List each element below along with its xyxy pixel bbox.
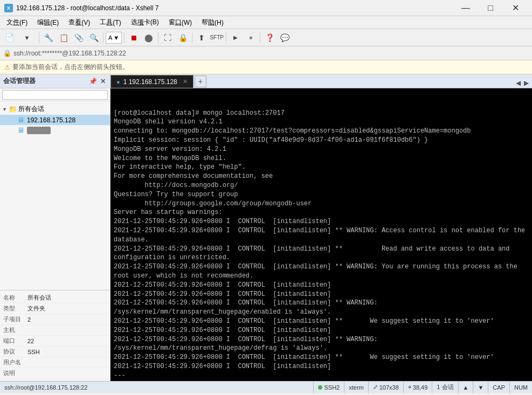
sidebar-title: 会话管理器 (3, 77, 36, 86)
prop-row-username: 用户名 (0, 357, 110, 368)
help-button[interactable]: ❓ (262, 31, 277, 45)
tree-label-all: 所有会话 (18, 105, 44, 114)
menu-edit[interactable]: 编辑(E) (33, 17, 63, 29)
tab-next-button[interactable]: ▶ (523, 78, 530, 88)
sidebar: 会话管理器 📌 ✕ ▼ 📁 所有会话 🖥 192.168.175.128 (0, 74, 110, 381)
title-bar-left: X 192.168.175.128 - root@localhost:/data… (4, 4, 158, 12)
sidebar-header-icons: 📌 ✕ (88, 78, 107, 85)
maximize-button[interactable]: □ (478, 0, 503, 16)
tree-arrow-expand: ▼ (2, 107, 9, 112)
tab-bar: ● 1 192.168.175.128 ✕ + ◀ ▶ (110, 74, 532, 88)
close-button[interactable]: ✕ (503, 0, 528, 16)
prop-val-name: 所有会话 (27, 294, 51, 302)
prop-val-children: 2 (27, 316, 31, 323)
find-button[interactable]: 🔍 (87, 31, 101, 45)
status-cursor: ⌖ 38,49 (403, 382, 432, 393)
address-icon: 🔒 (3, 50, 11, 57)
status-size-label: 107x38 (379, 384, 399, 391)
toolbar-sep-7 (260, 32, 260, 43)
tab-1[interactable]: ● 1 192.168.175.128 ✕ (110, 75, 194, 88)
notification-bar: ⚠ 要添加当前会话，点击左侧的箭头按钮。 (0, 60, 532, 74)
transfer-button[interactable]: ⬆ (195, 31, 209, 45)
toolbar-sep-2 (103, 32, 103, 43)
menu-file[interactable]: 文件(F) (2, 17, 32, 29)
prop-key-protocol: 协议 (3, 348, 27, 356)
status-right: SSH2 xterm ⤢ 107x38 ⌖ 38,49 1 会话 ▲ ▼ CAP… (313, 382, 532, 393)
prop-row-name: 名称 所有会话 (0, 293, 110, 303)
copy-button[interactable]: 📋 (57, 31, 71, 45)
sidebar-pin-icon[interactable]: 📌 (88, 78, 98, 85)
status-cap-label: CAP (493, 384, 505, 391)
tree-label-server1: 192.168.175.128 (27, 116, 75, 124)
notification-icon: ⚠ (4, 64, 10, 71)
new-button[interactable]: ▼ (17, 31, 37, 45)
connect-button[interactable]: ▶ (229, 31, 243, 45)
chat-button[interactable]: 💬 (278, 31, 292, 45)
notification-text: 要添加当前会话，点击左侧的箭头按钮。 (12, 63, 129, 72)
toolbar-sep-1 (39, 32, 39, 43)
paste-button[interactable]: 📎 (72, 31, 86, 45)
window-title: 192.168.175.128 - root@localhost:/data -… (16, 4, 158, 12)
sidebar-tree: ▼ 📁 所有会话 🖥 192.168.175.128 🖥 ■■■■■■ (0, 101, 110, 290)
status-xterm: xterm (344, 382, 368, 393)
sidebar-search-input[interactable] (2, 90, 108, 100)
tab-close-icon[interactable]: ✕ (183, 78, 188, 85)
prop-row-protocol: 协议 SSH (0, 347, 110, 357)
status-cursor-label: 38,49 (413, 384, 428, 391)
tree-item-server2[interactable]: 🖥 ■■■■■■ (0, 125, 110, 135)
lock-button[interactable]: 🔒 (176, 31, 190, 45)
tree-item-all-sessions[interactable]: ▼ 📁 所有会话 (0, 103, 110, 115)
tree-item-server1[interactable]: 🖥 192.168.175.128 (0, 115, 110, 125)
screen-button[interactable]: ⛶ (161, 31, 175, 45)
add-tab-button[interactable]: + (195, 75, 206, 87)
prop-key-children: 子项目 (3, 315, 27, 323)
terminal-area: ● 1 192.168.175.128 ✕ + ◀ ▶ [root@localh… (110, 74, 532, 381)
status-connection: ssh://root@192.168.175.128:22 (0, 384, 313, 391)
properties-button[interactable]: 🔧 (42, 31, 56, 45)
font-dropdown[interactable]: A▼ (106, 32, 122, 44)
address-bar: 🔒 ssh://root:********@192.168.175.128:22 (0, 46, 532, 60)
toolbar-sep-4 (158, 32, 158, 43)
sidebar-header: 会话管理器 📌 ✕ (0, 74, 110, 88)
resize-icon: ⤢ (373, 384, 378, 391)
status-bar: ssh://root@192.168.175.128:22 SSH2 xterm… (0, 381, 532, 393)
tree-label-server2: ■■■■■■ (27, 127, 51, 134)
prop-val-type: 文件夹 (27, 304, 45, 313)
tab-label: 1 192.168.175.128 (123, 78, 177, 86)
status-ssh2: SSH2 (313, 382, 344, 393)
menu-help[interactable]: 帮助(H) (197, 17, 228, 29)
address-text: ssh://root:********@192.168.175.128:22 (13, 50, 126, 57)
main-area: 会话管理器 📌 ✕ ▼ 📁 所有会话 🖥 192.168.175.128 (0, 74, 532, 381)
record-button[interactable]: ⬤ (142, 31, 156, 45)
prop-key-desc: 说明 (3, 369, 27, 377)
status-sessions-label: 1 会话 (437, 383, 453, 391)
prop-key-type: 类型 (3, 304, 27, 313)
status-dot-green (318, 385, 322, 390)
prop-key-host: 主机 (3, 326, 27, 334)
menu-tools[interactable]: 工具(T) (95, 17, 125, 29)
disconnect-button[interactable]: ■ (244, 31, 258, 45)
terminal-content[interactable]: [root@localhost data]# mongo localhost:2… (110, 88, 532, 381)
new-file-button[interactable]: 📄 (2, 31, 16, 45)
status-size: ⤢ 107x38 (368, 382, 403, 393)
menu-tabs[interactable]: 选项卡(B) (127, 17, 163, 29)
prop-row-desc: 说明 (0, 368, 110, 379)
tab-nav: ◀ ▶ (515, 78, 532, 88)
menu-bar: 文件(F) 编辑(E) 查看(V) 工具(T) 选项卡(B) 窗口(W) 帮助(… (0, 16, 532, 29)
minimize-button[interactable]: — (453, 0, 478, 16)
title-bar: X 192.168.175.128 - root@localhost:/data… (0, 0, 532, 16)
stop-button[interactable]: ⏹ (127, 31, 141, 45)
status-ssh2-label: SSH2 (324, 384, 340, 391)
tab-prev-button[interactable]: ◀ (515, 78, 522, 88)
status-up-button[interactable]: ▲ (458, 382, 473, 393)
toolbar-sep-3 (124, 32, 125, 43)
sidebar-close-icon[interactable]: ✕ (99, 78, 107, 85)
status-cap: CAP (488, 382, 509, 393)
sftp-button[interactable]: SFTP (210, 31, 224, 45)
menu-view[interactable]: 查看(V) (64, 17, 94, 29)
status-down-button[interactable]: ▼ (473, 382, 488, 393)
app-icon: X (4, 4, 13, 12)
server-icon-1: 🖥 (17, 116, 27, 124)
sidebar-search (0, 88, 110, 101)
menu-window[interactable]: 窗口(W) (164, 17, 196, 29)
